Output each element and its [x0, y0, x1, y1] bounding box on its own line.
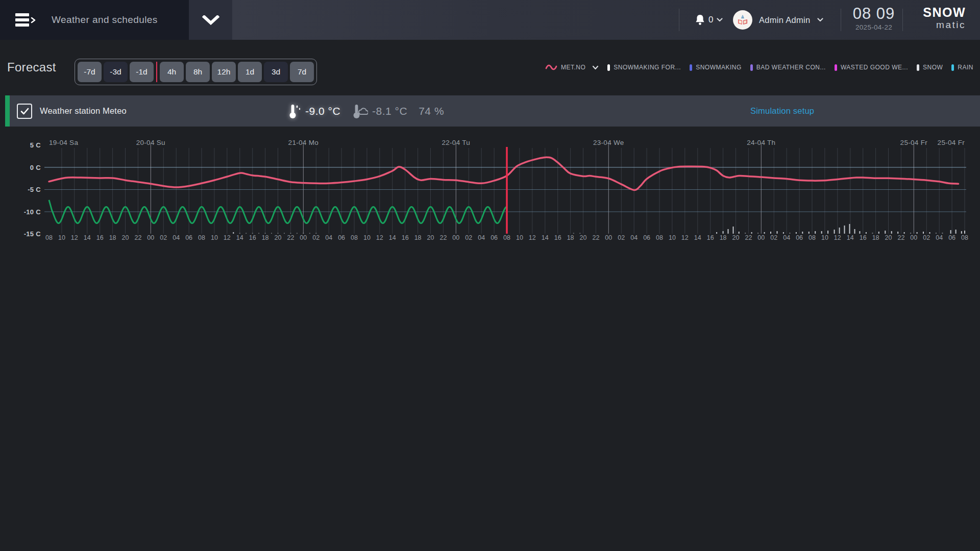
svg-text:18: 18 [872, 234, 879, 241]
svg-text:06: 06 [338, 234, 345, 241]
svg-text:12: 12 [224, 234, 231, 241]
svg-text:18: 18 [720, 234, 727, 241]
svg-text:23-04 We: 23-04 We [593, 139, 624, 146]
svg-text:06: 06 [796, 234, 803, 241]
svg-text:22: 22 [745, 234, 752, 241]
svg-text:04: 04 [478, 234, 485, 241]
svg-text:5 C: 5 C [30, 141, 41, 149]
svg-text:00: 00 [147, 234, 154, 241]
svg-text:00: 00 [605, 234, 612, 241]
svg-text:00: 00 [300, 234, 307, 241]
svg-text:12: 12 [834, 234, 841, 241]
svg-text:02: 02 [923, 234, 930, 241]
svg-text:16: 16 [860, 234, 867, 241]
svg-text:14: 14 [847, 234, 854, 241]
svg-text:02: 02 [160, 234, 167, 241]
svg-text:18: 18 [414, 234, 422, 241]
svg-text:10: 10 [211, 234, 218, 241]
svg-text:14: 14 [236, 234, 243, 241]
svg-text:22: 22 [592, 234, 599, 241]
svg-text:08: 08 [961, 234, 968, 241]
svg-text:14: 14 [84, 234, 91, 241]
forecast-chart-canvas: 5 C0 C-5 C-10 C-15 C08101214161820220002… [0, 0, 980, 551]
svg-text:10: 10 [821, 234, 828, 241]
svg-text:22: 22 [897, 234, 904, 241]
svg-text:04: 04 [173, 234, 180, 241]
svg-text:16: 16 [554, 234, 561, 241]
svg-text:22: 22 [287, 234, 294, 241]
svg-text:22-04 Tu: 22-04 Tu [442, 139, 470, 146]
svg-text:20: 20 [732, 234, 740, 241]
svg-text:02: 02 [770, 234, 777, 241]
svg-text:16: 16 [249, 234, 256, 241]
svg-text:02: 02 [312, 234, 320, 241]
svg-text:04: 04 [630, 234, 638, 241]
svg-text:25-04 Fr: 25-04 Fr [938, 139, 965, 146]
app-window: Weather and schedules 0 [0, 0, 980, 551]
svg-text:16: 16 [402, 234, 409, 241]
svg-text:20-04 Su: 20-04 Su [136, 139, 165, 146]
svg-text:00: 00 [757, 234, 765, 241]
svg-text:04: 04 [783, 234, 790, 241]
svg-text:00: 00 [452, 234, 459, 241]
svg-text:00: 00 [910, 234, 917, 241]
svg-text:16: 16 [707, 234, 714, 241]
svg-text:10: 10 [363, 234, 371, 241]
svg-text:20: 20 [427, 234, 434, 241]
svg-text:-10 C: -10 C [24, 208, 41, 216]
svg-text:12: 12 [71, 234, 78, 241]
svg-text:18: 18 [262, 234, 269, 241]
svg-text:21-04 Mo: 21-04 Mo [288, 139, 318, 146]
svg-text:14: 14 [389, 234, 396, 241]
svg-text:08: 08 [808, 234, 816, 241]
svg-text:04: 04 [936, 234, 943, 241]
svg-text:08: 08 [351, 234, 358, 241]
svg-text:0 C: 0 C [30, 164, 41, 171]
svg-text:18: 18 [109, 234, 116, 241]
svg-text:06: 06 [491, 234, 498, 241]
svg-text:06: 06 [643, 234, 650, 241]
svg-text:20: 20 [275, 234, 282, 241]
svg-text:08: 08 [45, 234, 53, 241]
svg-text:18: 18 [567, 234, 574, 241]
svg-text:04: 04 [325, 234, 332, 241]
svg-text:16: 16 [96, 234, 104, 241]
svg-text:22: 22 [439, 234, 447, 241]
svg-text:25-04 Fr: 25-04 Fr [900, 139, 928, 146]
svg-text:-5 C: -5 C [28, 186, 41, 193]
svg-text:10: 10 [669, 234, 676, 241]
svg-text:02: 02 [465, 234, 472, 241]
svg-text:22: 22 [134, 234, 141, 241]
svg-text:20: 20 [580, 234, 587, 241]
svg-text:24-04 Th: 24-04 Th [747, 139, 775, 146]
svg-text:19-04 Sa: 19-04 Sa [49, 139, 78, 146]
svg-text:08: 08 [198, 234, 205, 241]
svg-text:06: 06 [948, 234, 955, 241]
svg-text:20: 20 [885, 234, 892, 241]
svg-text:12: 12 [529, 234, 536, 241]
svg-text:-15 C: -15 C [24, 230, 41, 238]
svg-text:20: 20 [122, 234, 129, 241]
svg-text:12: 12 [376, 234, 383, 241]
svg-text:12: 12 [681, 234, 689, 241]
svg-text:10: 10 [516, 234, 523, 241]
svg-text:08: 08 [656, 234, 663, 241]
svg-text:14: 14 [694, 234, 701, 241]
svg-text:06: 06 [185, 234, 192, 241]
svg-text:10: 10 [58, 234, 65, 241]
svg-text:14: 14 [542, 234, 549, 241]
svg-text:02: 02 [618, 234, 625, 241]
svg-text:08: 08 [503, 234, 510, 241]
